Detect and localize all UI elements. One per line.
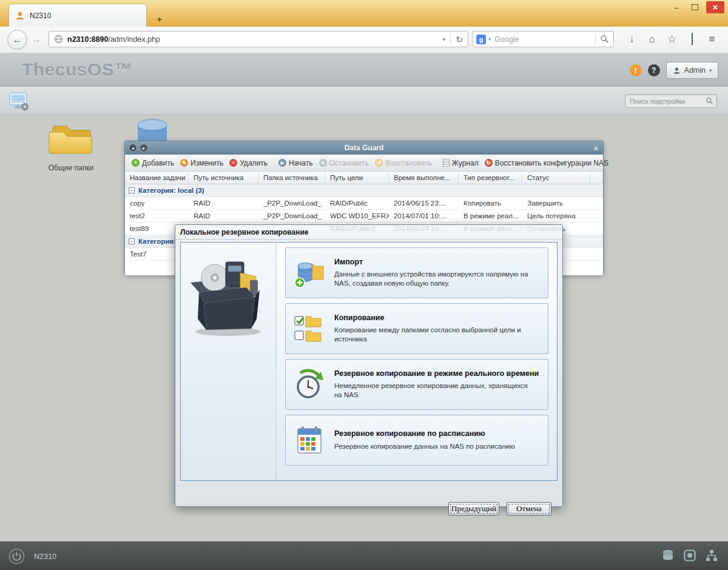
- column-header-status[interactable]: Статус: [522, 172, 590, 184]
- menu-icon[interactable]: ≡: [702, 33, 722, 45]
- window-close-icon[interactable]: ×: [593, 141, 598, 155]
- google-logo-icon[interactable]: g: [476, 35, 486, 44]
- cancel-button[interactable]: Отмена: [507, 502, 551, 515]
- notification-icon[interactable]: !: [630, 64, 642, 76]
- cell-target-path: WDC WD10_EFRX-: [325, 210, 389, 222]
- clipboard-icon: [692, 33, 693, 45]
- dialog-illustration-pane: [181, 243, 277, 480]
- search-magnifier-icon[interactable]: [596, 35, 613, 44]
- previous-button[interactable]: Предыдущий: [448, 502, 499, 515]
- focus-outline: [508, 504, 550, 514]
- option-description: Данные с внешнего устройства имортируютс…: [334, 270, 534, 288]
- tweak-search-box[interactable]: [625, 94, 717, 108]
- browser-tab[interactable]: N2310: [8, 4, 147, 27]
- close-button[interactable]: ×: [706, 1, 724, 13]
- edit-task-label: Изменить: [190, 159, 223, 167]
- storage-stack-icon[interactable]: [661, 549, 675, 565]
- column-header-task-name[interactable]: Название задачи: [125, 172, 189, 184]
- search-engine-dropdown-icon[interactable]: ▾: [486, 36, 493, 42]
- restore-nas-config-button[interactable]: ↻ Восстановить конфигурации NAS: [482, 158, 612, 169]
- start-icon: ▶: [278, 159, 286, 167]
- journal-icon: [443, 159, 450, 167]
- add-task-button[interactable]: + Добавить: [129, 158, 177, 169]
- option-copy[interactable]: Копирование Копирование между папками со…: [285, 303, 548, 354]
- option-title: Импорт: [334, 258, 541, 267]
- group-collapse-icon[interactable]: −: [129, 187, 135, 193]
- search-input[interactable]: [493, 35, 595, 44]
- delete-task-button[interactable]: − Удалить: [226, 158, 271, 169]
- cell-target-path: RAID/Public: [325, 197, 389, 209]
- column-header-target-path[interactable]: Путь цели: [325, 172, 389, 184]
- globe-icon: [54, 35, 63, 44]
- start-task-label: Начать: [289, 159, 313, 167]
- status-footer: N2310: [0, 542, 728, 570]
- option-import[interactable]: Импорт Данные с внешнего устройства имор…: [285, 247, 548, 298]
- address-bar[interactable]: n2310:8890/adm/index.php ▾ ↻: [49, 31, 468, 47]
- stop-task-button[interactable]: ■ Остановить: [316, 158, 372, 169]
- stop-icon: ■: [319, 159, 327, 167]
- search-bar[interactable]: g ▾: [472, 31, 614, 47]
- column-header-run-time[interactable]: Время выполне...: [389, 172, 459, 184]
- power-button[interactable]: [8, 548, 25, 567]
- journal-button[interactable]: Журнал: [440, 158, 482, 169]
- realtime-clock-icon: [293, 368, 326, 401]
- reload-icon[interactable]: ↻: [451, 35, 468, 44]
- add-icon: +: [132, 159, 140, 167]
- add-task-label: Добавить: [142, 159, 174, 167]
- copy-icon: [293, 312, 326, 345]
- cell-source-path: RAID: [189, 210, 258, 222]
- new-tab-button[interactable]: +: [152, 14, 167, 25]
- window-nav-forward-icon[interactable]: ▸: [140, 144, 148, 152]
- column-header-backup-type[interactable]: Тип резервног...: [459, 172, 522, 184]
- option-realtime-backup[interactable]: Резервное копирование в режиме реального…: [285, 359, 548, 410]
- group-row-local[interactable]: − Категория: local (3): [125, 184, 603, 197]
- cell-status: Завершить: [522, 197, 590, 209]
- cell-status: Цель потеряна: [522, 210, 590, 222]
- forward-button[interactable]: →: [30, 33, 43, 45]
- bookmarks-list-icon[interactable]: [682, 33, 702, 45]
- option-description: Немедленное резервное копирование данных…: [334, 381, 534, 400]
- cell-task-name: test2: [125, 210, 189, 222]
- maximize-button[interactable]: [686, 1, 704, 13]
- data-guard-titlebar[interactable]: ◂ ▸ Data Guard ×: [125, 141, 603, 155]
- home-icon[interactable]: ⌂: [642, 33, 662, 45]
- group-collapse-icon[interactable]: −: [129, 238, 135, 244]
- restore-nas-config-label: Восстановить конфигурации NAS: [495, 159, 608, 167]
- table-row[interactable]: test2 RAID _P2P_DownLoad_ WDC WD10_EFRX-…: [125, 210, 603, 223]
- help-icon[interactable]: ?: [648, 64, 660, 76]
- bookmark-star-icon[interactable]: ☆: [662, 33, 682, 45]
- minimize-button[interactable]: –: [667, 1, 686, 13]
- group-label: Категория:: [138, 238, 176, 245]
- admin-menu-button[interactable]: Admin ▾: [666, 62, 718, 79]
- window-nav-back-icon[interactable]: ◂: [129, 144, 137, 152]
- back-button[interactable]: ←: [7, 30, 27, 50]
- window-title: Data Guard: [345, 144, 384, 152]
- folder-icon: [45, 121, 97, 159]
- url-dropdown-icon[interactable]: ▾: [438, 36, 451, 42]
- start-task-button[interactable]: ▶ Начать: [275, 158, 316, 169]
- dialog-titlebar[interactable]: Локальное резервное копирование: [175, 225, 562, 240]
- import-icon: [293, 256, 326, 289]
- option-scheduled-backup[interactable]: Резервное копирование по расписанию Резе…: [285, 415, 548, 466]
- tab-title: N2310: [30, 12, 51, 20]
- restore-task-button[interactable]: ↺ Восстановить: [372, 158, 435, 169]
- cell-source-folder: _P2P_DownLoad_: [258, 210, 325, 222]
- navbar-icons: ↓ ⌂ ☆ ≡: [622, 30, 722, 49]
- admin-label: Admin: [684, 66, 706, 75]
- desktop-settings-icon[interactable]: [8, 91, 29, 113]
- column-header-source-path[interactable]: Путь источника: [189, 172, 258, 184]
- cell-source-path: RAID: [189, 197, 258, 209]
- browser-window: N2310 + – × ← → n2310:8890/adm/index.php…: [0, 0, 728, 570]
- download-icon[interactable]: ↓: [622, 33, 642, 45]
- user-icon: [673, 67, 681, 75]
- table-header-row: Название задачи Путь источника Папка ист…: [125, 172, 603, 184]
- desktop-icon-shared-folders[interactable]: Общие папки: [32, 121, 110, 172]
- tweak-search-input[interactable]: [625, 97, 703, 106]
- edit-task-button[interactable]: ✎ Изменить: [177, 158, 226, 169]
- monitor-status-icon[interactable]: [683, 549, 696, 565]
- delete-task-label: Удалить: [240, 159, 268, 167]
- network-tree-icon[interactable]: [705, 549, 718, 565]
- table-row[interactable]: copy RAID _P2P_DownLoad_ RAID/Public 201…: [125, 197, 603, 210]
- column-header-source-folder[interactable]: Папка источника: [258, 172, 325, 184]
- restore-icon: ↺: [375, 159, 383, 167]
